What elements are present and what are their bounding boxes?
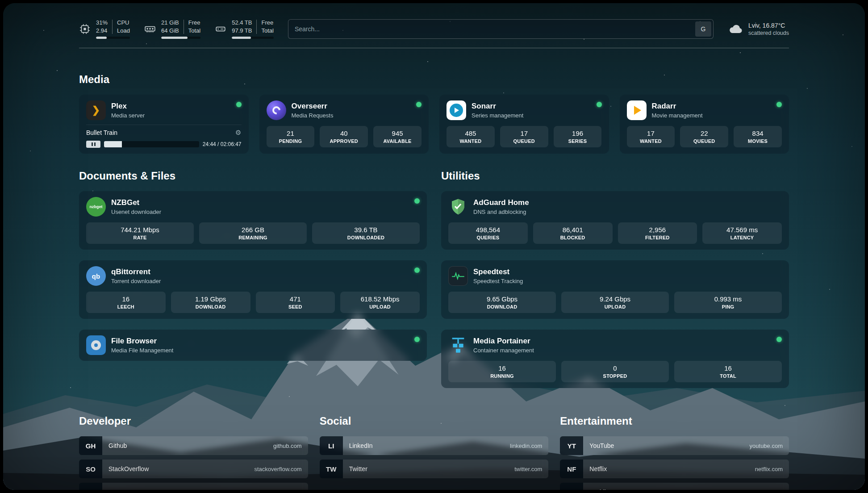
stat-box: 0STOPPED xyxy=(561,361,669,382)
qbittorrent-icon: qb xyxy=(86,266,106,286)
stat-box: 16RUNNING xyxy=(448,361,556,382)
disk-free-label: Free xyxy=(261,19,273,26)
stat-box: 9.24 GbpsUPLOAD xyxy=(561,292,669,313)
overseerr-icon xyxy=(267,100,286,120)
bookmark-netflix[interactable]: NF Netflixnetflix.com xyxy=(560,460,789,478)
cloud-icon xyxy=(728,21,744,37)
bookmark-url: dev.to xyxy=(286,489,301,490)
stat-box: 471SEED xyxy=(256,292,335,313)
bookmark-name: StackOverflow xyxy=(108,465,149,472)
bookmark-reddit[interactable]: RE Redditreddit.com xyxy=(560,483,789,490)
app-card-nzbget[interactable]: nzbget NZBGet Usenet downloader 744.21 M… xyxy=(79,191,427,250)
bookmark-twitter[interactable]: TW Twittertwitter.com xyxy=(320,460,549,478)
radarr-icon xyxy=(627,100,647,120)
cpu-progress-bar xyxy=(96,37,130,39)
bookmark-name: Github xyxy=(108,442,127,449)
disk-progress-bar xyxy=(232,37,274,39)
app-card-sonarr[interactable]: Sonarr Series management 485WANTED 17QUE… xyxy=(439,95,609,154)
bookmark-name: YouTube xyxy=(589,442,614,449)
section-title-social: Social xyxy=(320,415,549,427)
section-title-utilities: Utilities xyxy=(441,170,789,182)
app-card-adguard[interactable]: AdGuard Home DNS and adblocking 498,564Q… xyxy=(441,191,789,250)
memory-total-label: Total xyxy=(188,27,200,34)
weather-widget: Lviv, 16.87°C scattered clouds xyxy=(728,21,789,37)
memory-free-label: Free xyxy=(188,19,200,26)
topbar: 31% 2.94 CPU Load xyxy=(79,17,789,48)
bookmark-linkedin[interactable]: LI LinkedInlinkedin.com xyxy=(320,436,549,455)
bookmark-url: youtube.com xyxy=(750,443,783,449)
topbar-divider xyxy=(79,48,789,48)
weather-location: Lviv, 16.87°C xyxy=(748,22,789,29)
twitter-icon: TW xyxy=(320,460,343,478)
bookmark-stackoverflow[interactable]: SO StackOverflowstackoverflow.com xyxy=(79,460,308,478)
metric-divider xyxy=(256,20,257,34)
cpu-load-label: Load xyxy=(117,27,130,34)
bookmark-name: Reddit xyxy=(589,489,607,490)
bookmark-url: reddit.com xyxy=(755,489,783,490)
app-card-qbittorrent[interactable]: qb qBittorrent Torrent downloader 16LEEC… xyxy=(79,260,427,319)
bookmark-url: twitter.com xyxy=(514,466,542,472)
nzbget-icon: nzbget xyxy=(86,197,106,217)
bookmark-name: LinkedIn xyxy=(349,442,373,449)
stat-box: 40APPROVED xyxy=(320,126,368,147)
section-title-media: Media xyxy=(79,73,789,86)
stat-box: 618.52 MbpsUPLOAD xyxy=(340,292,420,313)
stat-box: 39.6 TBDOWNLOADED xyxy=(312,222,420,244)
now-playing-panel: Bullet Train ⚙ 24:44 / 02:06:47 xyxy=(86,125,242,148)
linkedin-icon: LI xyxy=(320,436,343,455)
cpu-widget: 31% 2.94 CPU Load xyxy=(79,19,130,39)
github-icon: GH xyxy=(79,436,102,455)
stat-box: 22QUEUED xyxy=(680,126,728,147)
app-desc: Media Requests xyxy=(292,112,334,119)
stat-box: 196SERIES xyxy=(554,126,602,147)
memory-free-value: 21 GiB xyxy=(161,19,179,26)
section-title-documents: Documents & Files xyxy=(79,170,427,182)
memory-total-value: 64 GiB xyxy=(161,27,179,34)
app-name: Media Portainer xyxy=(473,337,534,346)
bookmark-url: netflix.com xyxy=(755,466,783,472)
app-name: File Browser xyxy=(111,337,173,346)
status-online-dot xyxy=(414,337,420,342)
gear-icon[interactable]: ⚙ xyxy=(235,129,241,137)
bookmark-github[interactable]: GH Githubgithub.com xyxy=(79,436,308,455)
dev-icon: DT xyxy=(79,483,102,490)
bookmark-youtube[interactable]: YT YouTubeyoutube.com xyxy=(560,436,789,455)
ram-icon xyxy=(144,23,156,35)
app-name: Radarr xyxy=(652,102,703,111)
bookmark-dev[interactable]: DT DEVdev.to xyxy=(79,483,308,490)
app-card-filebrowser[interactable]: File Browser Media File Management xyxy=(79,330,427,361)
section-developer: Developer GH Githubgithub.com SO StackOv… xyxy=(79,415,308,490)
app-card-overseerr[interactable]: Overseerr Media Requests 21PENDING 40APP… xyxy=(259,95,429,154)
app-card-plex[interactable]: ❯ Plex Media server Bullet Train ⚙ xyxy=(79,95,249,154)
pause-button[interactable] xyxy=(86,141,100,148)
app-card-speedtest[interactable]: Speedtest Speedtest Tracking 9.65 GbpsDO… xyxy=(441,260,789,319)
disk-total-label: Total xyxy=(261,27,273,34)
stat-box: 266 GBREMAINING xyxy=(199,222,307,244)
bookmark-url: stackoverflow.com xyxy=(254,466,301,472)
section-documents: Documents & Files nzbget NZBGet Usenet d… xyxy=(79,170,427,399)
app-name: qBittorrent xyxy=(111,267,161,276)
metric-divider xyxy=(112,20,113,34)
cpu-load-value: 2.94 xyxy=(96,27,108,34)
stat-box: 1.19 GbpsDOWNLOAD xyxy=(171,292,250,313)
section-title-developer: Developer xyxy=(79,415,308,427)
status-online-dot xyxy=(776,337,782,342)
metric-divider xyxy=(184,20,184,34)
app-desc: Media File Management xyxy=(111,347,173,354)
status-online-dot xyxy=(776,102,782,107)
search-input[interactable] xyxy=(288,19,714,39)
stat-box: 498,564QUERIES xyxy=(448,222,528,244)
app-card-radarr[interactable]: Radarr Movie management 17WANTED 22QUEUE… xyxy=(620,95,789,154)
section-social: Social LI LinkedInlinkedin.com TW Twitte… xyxy=(320,415,549,490)
disk-total-value: 97.9 TB xyxy=(232,27,252,34)
app-card-portainer[interactable]: Media Portainer Container management 16R… xyxy=(441,330,789,388)
plex-icon: ❯ xyxy=(86,100,106,120)
disk-icon xyxy=(215,23,226,35)
app-desc: DNS and adblocking xyxy=(473,209,529,215)
app-name: Plex xyxy=(111,102,145,111)
stat-box: 21PENDING xyxy=(267,126,315,147)
speedtest-pulse-icon xyxy=(448,266,468,286)
playback-progress-bar[interactable] xyxy=(104,141,199,147)
cpu-label: CPU xyxy=(117,19,130,26)
search-engine-button[interactable]: G xyxy=(695,21,711,37)
